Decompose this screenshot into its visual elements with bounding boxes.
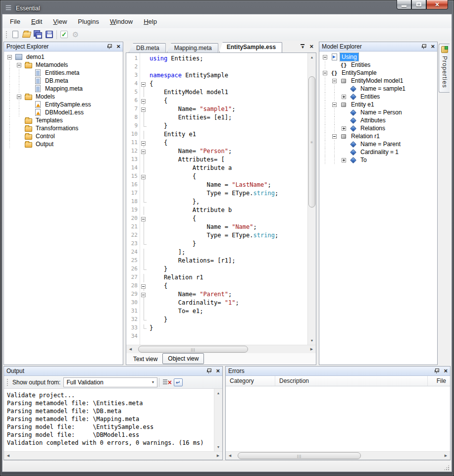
code-line[interactable]: Type = EType.string; [150, 190, 307, 198]
minimize-button[interactable] [397, 0, 411, 9]
pin-icon[interactable] [206, 368, 212, 374]
code-line[interactable] [150, 333, 307, 341]
fold-collapse-marker[interactable] [140, 106, 148, 114]
collapse-icon[interactable] [7, 55, 12, 59]
tree-expander[interactable] [339, 158, 349, 162]
output-vertical-scrollbar[interactable]: ▲ ▼ [214, 389, 222, 451]
menu-item-help[interactable]: Help [138, 16, 162, 27]
fold-minus-icon[interactable] [141, 99, 146, 104]
settings-button[interactable]: ⚙ [70, 29, 81, 40]
code-line[interactable]: ]; [150, 249, 307, 257]
code-line[interactable]: Attribute a [150, 164, 307, 173]
tree-row[interactable]: Cardinality = 1 [320, 148, 436, 156]
tab-object-view[interactable]: Object view [162, 353, 204, 364]
code-line[interactable] [150, 63, 307, 72]
tree-item-label[interactable]: Entities.meta [44, 69, 81, 77]
scroll-left-icon[interactable]: ◀ [226, 452, 234, 460]
tree-item-label[interactable]: Metamodels [34, 61, 69, 69]
tree-item-label[interactable]: Transformations [34, 124, 80, 132]
pin-icon[interactable] [434, 368, 440, 374]
code-line[interactable]: Relations= [r1]; [150, 257, 307, 265]
code-line[interactable]: { [150, 139, 307, 148]
tree-item-label[interactable]: To [359, 156, 368, 164]
tree-row[interactable]: Transformations [5, 124, 122, 132]
menu-item-view[interactable]: View [48, 16, 72, 27]
code-line[interactable]: Name= "Person"; [150, 148, 307, 156]
code-line[interactable]: Relation r1 [150, 274, 307, 282]
toolbar-grip[interactable] [5, 31, 8, 39]
tree-item-label[interactable]: Templates [34, 116, 64, 124]
code-line[interactable]: using Entities; [150, 55, 307, 63]
expand-icon[interactable] [342, 158, 346, 162]
collapse-icon[interactable] [332, 79, 337, 83]
fold-collapse-marker[interactable] [140, 139, 148, 148]
scroll-down-icon[interactable]: ▼ [308, 336, 316, 345]
menu-item-edit[interactable]: Edit [26, 16, 48, 27]
tree-expander[interactable] [14, 95, 24, 99]
code-folding-column[interactable] [140, 53, 148, 345]
fold-collapse-marker[interactable] [140, 148, 148, 156]
fold-minus-icon[interactable] [141, 141, 146, 146]
tree-row[interactable]: demo1 [5, 53, 122, 61]
expand-icon[interactable] [342, 126, 346, 131]
fold-minus-icon[interactable] [141, 150, 146, 154]
editor-vertical-scrollbar[interactable]: ▲ ≡ ▼ [307, 53, 316, 345]
tree-item-label[interactable]: DBModel1.ess [44, 108, 85, 116]
scroll-up-icon[interactable]: ▲ [214, 389, 223, 397]
tree-expander[interactable] [339, 126, 349, 131]
scroll-up-icon[interactable]: ▲ [308, 53, 316, 61]
editor-tab-entitysample-ess[interactable]: EntitySample.ess [219, 42, 282, 53]
tree-row[interactable]: Name = Person [320, 108, 436, 116]
tree-row[interactable]: Relation r1 [320, 132, 436, 140]
tree-item-label[interactable]: Control [34, 132, 56, 140]
code-line[interactable]: { [150, 97, 307, 106]
code-line[interactable]: { [150, 215, 307, 223]
tree-row[interactable]: EntitySample.ess [5, 101, 122, 108]
tree-row[interactable]: Name = sample1 [320, 85, 436, 93]
code-line[interactable]: Name = "LastName"; [150, 181, 307, 190]
tree-expander[interactable] [320, 55, 330, 59]
code-line[interactable]: } [150, 316, 307, 324]
code-line[interactable]: Type = EType.string; [150, 232, 307, 240]
code-editor[interactable]: 1234567891011121314151617181920212223242… [126, 53, 316, 345]
scroll-right-icon[interactable]: ▶ [307, 345, 316, 354]
menu-item-window[interactable]: Window [104, 16, 138, 27]
code-line[interactable]: } [150, 122, 307, 131]
editor-hscroll-thumb[interactable]: ||| [138, 346, 248, 353]
tree-row[interactable]: Metamodels [5, 61, 122, 69]
clear-output-button[interactable] [161, 377, 172, 388]
fold-collapse-marker[interactable] [140, 282, 148, 291]
fold-minus-icon[interactable] [141, 293, 146, 297]
tree-row[interactable]: {}EntitySample [320, 69, 436, 77]
tree-item-label[interactable]: demo1 [25, 53, 46, 61]
output-horizontal-scrollbar[interactable]: ◀ ▶ [4, 451, 222, 460]
word-wrap-button[interactable]: ↵ [172, 377, 184, 388]
tree-expander[interactable] [330, 134, 339, 139]
save-all-button[interactable] [32, 29, 44, 40]
code-line[interactable]: Name= "Parent"; [150, 291, 307, 299]
tree-item-label[interactable]: Models [34, 93, 56, 101]
fold-collapse-marker[interactable] [140, 97, 148, 106]
validate-button[interactable]: ✓ [58, 29, 70, 40]
tree-item-label[interactable]: Relation r1 [350, 132, 381, 140]
code-line[interactable]: { [150, 282, 307, 291]
code-line[interactable]: } [150, 265, 307, 274]
code-line[interactable]: EntityModel model1 [150, 89, 307, 97]
resize-grip[interactable] [444, 465, 450, 471]
code-line[interactable]: Cardinality= "1"; [150, 299, 307, 308]
properties-tab[interactable]: Properties [439, 44, 450, 93]
tree-item-label[interactable]: DB.meta [44, 77, 70, 85]
collapse-icon[interactable] [17, 95, 21, 99]
tree-row[interactable]: Mapping.meta [5, 85, 122, 93]
expand-icon[interactable] [342, 95, 346, 99]
errors-list[interactable] [226, 386, 450, 451]
tree-item-label[interactable]: Name = Person [359, 108, 404, 116]
tree-item-label[interactable]: Cardinality = 1 [359, 148, 400, 156]
scroll-left-icon[interactable]: ◀ [4, 452, 12, 460]
tree-item-label[interactable]: Attributes [359, 116, 387, 124]
code-line[interactable]: Entity e1 [150, 131, 307, 139]
code-line[interactable]: Attribute b [150, 207, 307, 215]
tree-item-label[interactable]: EntityModel model1 [350, 77, 404, 85]
tree-row[interactable]: Output [5, 140, 122, 148]
menu-item-file[interactable]: File [4, 16, 26, 27]
